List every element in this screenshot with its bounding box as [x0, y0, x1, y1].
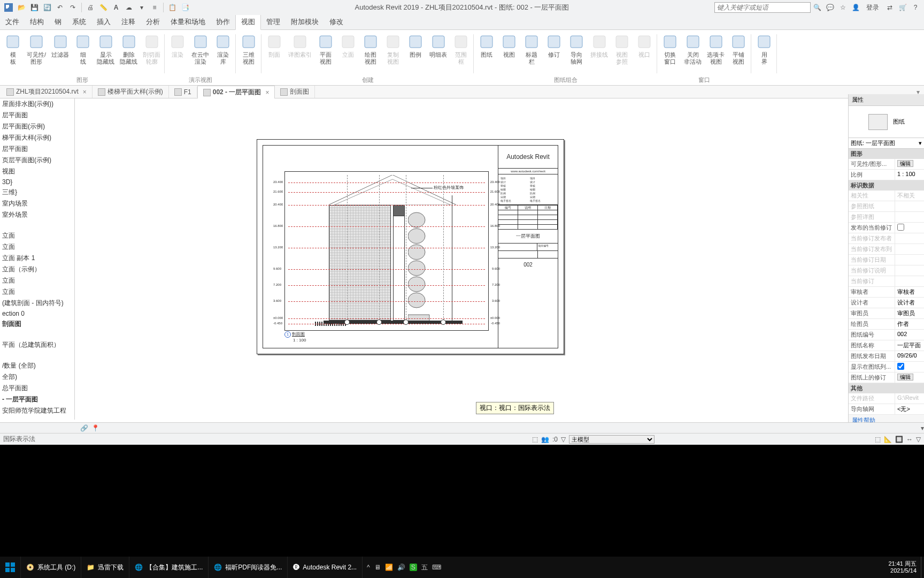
tree-item[interactable]: 全部)	[0, 371, 74, 383]
tree-item[interactable]: 3D}	[0, 177, 74, 187]
show-in-list-checkbox[interactable]	[897, 363, 904, 370]
tree-item[interactable]: 立面（示例）	[0, 264, 74, 275]
edit-visibility-button[interactable]: 编辑	[897, 160, 913, 167]
tree-item[interactable]: 立面	[0, 230, 74, 241]
ribbon-导向轴网[interactable]: 导向 轴网	[566, 32, 587, 66]
ribbon-明细表[interactable]: 明细表	[427, 32, 449, 59]
cloud-icon[interactable]: ☁	[123, 2, 135, 13]
edit-revisions-button[interactable]: 编辑	[897, 374, 913, 381]
taskbar-app[interactable]: 🌐【合集】建筑施工...	[129, 557, 209, 578]
tab-注释[interactable]: 注释	[116, 14, 141, 29]
dropdown-icon[interactable]: ▾	[136, 2, 148, 13]
ribbon-模板[interactable]: 模 板	[2, 32, 24, 66]
tree-item[interactable]: 层平面图(示例)	[0, 121, 74, 132]
doc-tab[interactable]: 剖面图	[275, 86, 315, 98]
ribbon-删除隐藏线[interactable]: 删除 隐藏线	[118, 32, 140, 66]
tree-item[interactable]: 视图	[0, 166, 74, 177]
model-select[interactable]: 主模型	[569, 435, 654, 444]
print-icon[interactable]: 🖨	[84, 2, 96, 13]
revit-logo[interactable]	[3, 2, 14, 13]
sb-icon4[interactable]: ↔	[906, 436, 913, 443]
tree-item[interactable]: 梯平面大样(示例)	[0, 132, 74, 143]
system-tray[interactable]: ^ 🖥 📶 🔊 S 五 ⌨	[363, 563, 445, 572]
tree-item[interactable]: /数量 (全部)	[0, 360, 74, 371]
tray-ime-text[interactable]: 五	[421, 563, 428, 572]
settings-icon[interactable]: ≡	[149, 2, 160, 13]
taskbar-app[interactable]: 🌐福昕PDF阅读器免...	[209, 557, 288, 578]
open-icon[interactable]: 📂	[16, 2, 27, 13]
tree-item[interactable]: 室外场景	[0, 209, 74, 220]
ribbon-用界[interactable]: 用 界	[753, 32, 775, 66]
ribbon-过滤器[interactable]: 过滤器	[49, 32, 71, 59]
tree-item[interactable]: 层平面图	[0, 143, 74, 155]
tree-item[interactable]: 立面	[0, 286, 74, 298]
sb-icon3[interactable]: 🔲	[895, 436, 903, 443]
tree-item[interactable]: 层平面图	[0, 110, 74, 121]
star-icon[interactable]: ☆	[837, 2, 849, 13]
tree-item[interactable]: (建筑剖面 - 国内符号)	[0, 298, 74, 309]
select-icon[interactable]: ⬚	[532, 436, 538, 443]
tray-ime-badge[interactable]: S	[410, 564, 417, 571]
tree-item[interactable]: 安阳师范学院建筑工程	[0, 405, 74, 416]
cart-icon[interactable]: 🛒	[897, 2, 908, 13]
tab-视图[interactable]: 视图	[235, 14, 261, 30]
sb-icon5[interactable]: ▽	[916, 436, 921, 443]
ribbon-标题栏[interactable]: 标题 栏	[521, 32, 542, 66]
tree-item[interactable]	[0, 330, 74, 339]
tree-item[interactable]	[0, 220, 74, 230]
tab-系统[interactable]: 系统	[67, 14, 91, 29]
doc-tab[interactable]: 楼梯平面大样(示例)	[93, 86, 169, 98]
sb-icon1[interactable]: ⬚	[875, 436, 881, 443]
doc-tab[interactable]: 002 - 一层平面图×	[197, 86, 275, 98]
tray-net-icon[interactable]: 🖥	[374, 564, 381, 571]
ribbon-三维视图[interactable]: 三维 视图	[238, 32, 259, 66]
tab-附加模块[interactable]: 附加模块	[286, 14, 324, 29]
tree-item[interactable]: 页层平面图(示例)	[0, 155, 74, 166]
vcb-dropdown-icon[interactable]: ▾	[921, 424, 924, 432]
search-input[interactable]	[714, 2, 811, 13]
publish-current-rev-checkbox[interactable]	[897, 224, 904, 231]
viewport[interactable]: 粉红色外墙某饰	[284, 171, 489, 331]
tree-item[interactable]: 平面（总建筑面积）	[0, 339, 74, 351]
tree-item[interactable]: 屋面排水图(示例))	[0, 98, 74, 110]
ribbon-显示隐藏线[interactable]: 显示 隐藏线	[95, 32, 117, 66]
ribbon-图例[interactable]: 图例	[405, 32, 426, 59]
ribbon-平面视图[interactable]: 平面 视图	[315, 32, 336, 66]
tray-vol-icon[interactable]: 🔊	[397, 564, 405, 571]
taskbar-clock[interactable]: 21:41 周五2021/5/14	[884, 560, 921, 574]
pin-icon[interactable]: 📍	[91, 424, 99, 432]
tree-item[interactable]: - 一层平面图	[0, 394, 74, 405]
doc-tab[interactable]: ZHL项目20210504.rvt×	[1, 86, 93, 98]
close-icon[interactable]: ×	[265, 89, 269, 96]
ribbon-在云中渲染[interactable]: 在云中 渲染	[189, 32, 211, 66]
tab-修改[interactable]: 修改	[324, 14, 349, 29]
addins2-icon[interactable]: 📑	[179, 2, 191, 13]
ribbon-图纸[interactable]: 图纸	[476, 32, 497, 59]
tree-item[interactable]	[0, 351, 74, 360]
ribbon-细线[interactable]: 细 线	[72, 32, 94, 66]
ribbon-视图[interactable]: 视图	[498, 32, 520, 59]
ribbon-可见性/图形[interactable]: 可见性/ 图形	[25, 32, 48, 66]
tray-up-icon[interactable]: ^	[367, 564, 370, 571]
tree-item[interactable]: 三维}	[0, 187, 74, 198]
taskbar-app[interactable]: 🅡Autodesk Revit 2...	[288, 557, 363, 578]
tree-item[interactable]	[0, 416, 74, 420]
binoculars-icon[interactable]: 🔍	[811, 2, 823, 13]
tab-钢[interactable]: 钢	[49, 14, 67, 29]
tree-item[interactable]: 立面	[0, 241, 74, 253]
tray-keyboard-icon[interactable]: ⌨	[432, 564, 441, 571]
doc-tab[interactable]: F1	[169, 87, 197, 97]
text-icon[interactable]: A	[110, 2, 122, 13]
login-text[interactable]: 登录	[866, 3, 879, 12]
show-desktop-button[interactable]	[921, 557, 924, 578]
tray-wifi-icon[interactable]: 📶	[385, 564, 393, 571]
chevron-down-icon[interactable]: ▾	[919, 140, 922, 147]
link-icon[interactable]: 🔗	[80, 424, 88, 432]
tab-分析[interactable]: 分析	[141, 14, 165, 29]
project-browser[interactable]: 屋面排水图(示例))层平面图层平面图(示例)梯平面大样(示例)层平面图页层平面图…	[0, 98, 75, 420]
tab-结构[interactable]: 结构	[25, 14, 49, 29]
sb-icon2[interactable]: 📐	[884, 436, 892, 443]
redo-icon[interactable]: ↷	[67, 2, 79, 13]
tree-item[interactable]: 室内场景	[0, 198, 74, 209]
tab-插入[interactable]: 插入	[91, 14, 116, 29]
